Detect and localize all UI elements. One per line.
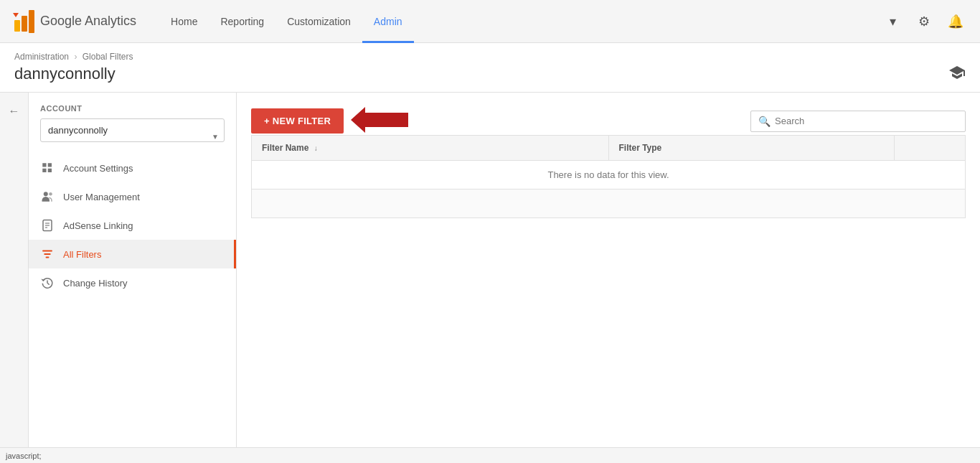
logo-text: Google Analytics [40,14,136,29]
arrow-annotation [351,107,408,135]
sidebar-item-change-history-label: Change History [63,278,128,289]
svg-rect-0 [14,20,20,32]
sidebar-item-adsense-linking[interactable]: AdSense Linking [29,211,236,240]
status-bar: javascript; [0,447,980,463]
search-box: 🔍 [750,111,966,132]
nav-customization[interactable]: Customization [275,0,362,43]
svg-rect-5 [48,163,52,167]
sidebar-account-label: ACCOUNT [29,104,236,118]
status-text: javascript; [6,452,42,460]
sidebar-item-all-filters-label: All Filters [63,249,101,260]
svg-marker-3 [13,13,19,17]
empty-row [252,190,966,218]
breadcrumb: Administration › Global Filters [14,52,133,62]
sidebar-item-user-management[interactable]: User Management [29,182,236,211]
sidebar-item-account-settings[interactable]: Account Settings [29,154,236,182]
top-navigation: Google Analytics Home Reporting Customiz… [0,0,980,43]
ga-logo-icon [11,10,34,33]
sidebar-toggle-area: ← [0,93,29,463]
svg-rect-6 [42,169,46,172]
sidebar-item-change-history[interactable]: Change History [29,268,236,297]
svg-rect-1 [22,16,27,32]
svg-point-8 [44,192,48,196]
filter-toolbar: + NEW FILTER 🔍 [251,107,966,135]
logo[interactable]: Google Analytics [11,10,136,33]
col-actions [894,136,966,161]
account-select-wrapper: dannyconnolly ▼ [29,118,236,154]
breadcrumb-parent[interactable]: Administration [14,52,69,62]
page-header: Administration › Global Filters dannycon… [0,43,980,93]
filters-table: Filter Name ↓ Filter Type There is no da… [251,135,966,218]
sort-arrow-icon: ↓ [314,144,318,152]
header-help-icon[interactable] [948,64,966,92]
table-header-row: Filter Name ↓ Filter Type [252,136,966,161]
svg-rect-4 [42,163,46,167]
svg-point-9 [49,192,52,196]
sidebar-item-user-management-label: User Management [63,192,140,202]
no-data-message: There is no data for this view. [252,161,966,190]
history-icon [40,276,55,290]
main-layout: ← ACCOUNT dannyconnolly ▼ Account Settin… [0,93,980,463]
nav-reporting[interactable]: Reporting [209,0,275,43]
account-select[interactable]: dannyconnolly [40,118,225,142]
new-filter-button[interactable]: + NEW FILTER [251,108,344,134]
sidebar-nav: Account Settings User Management AdSense… [29,154,236,297]
notifications-icon[interactable]: 🔔 [943,9,969,34]
col-filter-type: Filter Type [608,136,894,161]
nav-links: Home Reporting Customization Admin [159,0,880,43]
sidebar-item-all-filters[interactable]: All Filters [29,240,236,268]
svg-rect-7 [48,169,52,172]
svg-marker-14 [351,107,408,133]
nav-right-icons: ▾ ⚙ 🔔 [880,9,969,34]
nav-home[interactable]: Home [159,0,209,43]
sidebar-item-account-settings-label: Account Settings [63,163,133,174]
grid-icon [40,161,55,175]
dropdown-icon[interactable]: ▾ [880,9,905,34]
search-icon: 🔍 [758,116,771,127]
users-icon [40,190,55,204]
no-data-row: There is no data for this view. [252,161,966,190]
search-input[interactable] [775,116,958,126]
main-content: + NEW FILTER 🔍 Filter Name ↓ [237,93,980,463]
sidebar-toggle-button[interactable]: ← [4,101,24,121]
breadcrumb-separator: › [74,52,77,62]
sidebar: ACCOUNT dannyconnolly ▼ Account Settings… [29,93,237,463]
settings-icon[interactable]: ⚙ [911,9,937,34]
filter-icon [40,247,55,261]
svg-rect-2 [29,10,34,33]
document-icon [40,218,55,233]
sidebar-item-adsense-linking-label: AdSense Linking [63,220,133,231]
col-filter-name[interactable]: Filter Name ↓ [252,136,609,161]
arrow-svg [351,107,408,133]
page-title: dannyconnolly [14,65,133,92]
nav-admin[interactable]: Admin [362,0,414,43]
breadcrumb-current: Global Filters [83,52,133,62]
graduation-cap-icon [948,64,966,81]
